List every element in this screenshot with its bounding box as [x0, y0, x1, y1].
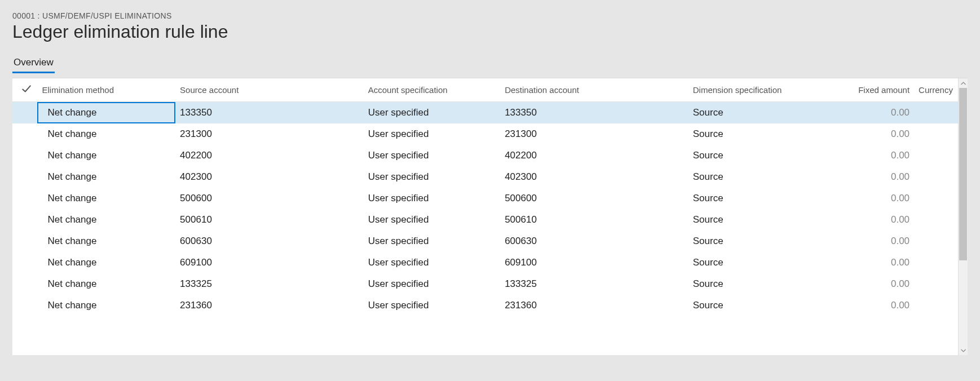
cell-fixed-amount[interactable]: 0.00	[848, 252, 914, 273]
table-row[interactable]: Net change500610User specified500610Sour…	[12, 209, 958, 231]
cell-elimination-method[interactable]: Net change	[37, 273, 175, 295]
cell-destination-account[interactable]: 402200	[500, 145, 688, 166]
cell-source-account[interactable]: 133325	[175, 273, 364, 295]
cell-dimension-specification[interactable]: Source	[688, 295, 849, 316]
select-all-header[interactable]	[12, 78, 37, 102]
cell-account-specification[interactable]: User specified	[364, 252, 500, 273]
scroll-up-button[interactable]	[959, 78, 968, 88]
cell-currency[interactable]	[914, 102, 958, 124]
cell-account-specification[interactable]: User specified	[364, 123, 500, 145]
cell-account-specification[interactable]: User specified	[364, 231, 500, 252]
cell-currency[interactable]	[914, 252, 958, 273]
col-header-elimination-method[interactable]: Elimination method	[37, 78, 175, 102]
cell-dimension-specification[interactable]: Source	[688, 209, 849, 231]
col-header-account-specification[interactable]: Account specification	[364, 78, 500, 102]
cell-currency[interactable]	[914, 123, 958, 145]
row-selector-cell[interactable]	[12, 145, 37, 166]
table-row[interactable]: Net change133350User specified133350Sour…	[12, 102, 958, 124]
cell-fixed-amount[interactable]: 0.00	[848, 145, 914, 166]
row-selector-cell[interactable]	[12, 209, 37, 231]
cell-source-account[interactable]: 609100	[175, 252, 364, 273]
col-header-destination-account[interactable]: Destination account	[500, 78, 688, 102]
cell-fixed-amount[interactable]: 0.00	[848, 209, 914, 231]
tab-overview[interactable]: Overview	[12, 55, 55, 73]
cell-dimension-specification[interactable]: Source	[688, 102, 849, 124]
cell-currency[interactable]	[914, 231, 958, 252]
cell-fixed-amount[interactable]: 0.00	[848, 123, 914, 145]
cell-elimination-method[interactable]: Net change	[37, 123, 175, 145]
cell-dimension-specification[interactable]: Source	[688, 231, 849, 252]
cell-dimension-specification[interactable]: Source	[688, 123, 849, 145]
cell-elimination-method[interactable]: Net change	[37, 102, 175, 124]
table-row[interactable]: Net change133325User specified133325Sour…	[12, 273, 958, 295]
cell-currency[interactable]	[914, 188, 958, 209]
cell-dimension-specification[interactable]: Source	[688, 166, 849, 188]
cell-destination-account[interactable]: 133325	[500, 273, 688, 295]
cell-source-account[interactable]: 500610	[175, 209, 364, 231]
cell-destination-account[interactable]: 600630	[500, 231, 688, 252]
col-header-source-account[interactable]: Source account	[175, 78, 364, 102]
scroll-down-button[interactable]	[959, 345, 968, 355]
row-selector-cell[interactable]	[12, 102, 37, 124]
cell-account-specification[interactable]: User specified	[364, 273, 500, 295]
cell-fixed-amount[interactable]: 0.00	[848, 166, 914, 188]
scroll-track[interactable]	[959, 88, 968, 345]
cell-elimination-method[interactable]: Net change	[37, 295, 175, 316]
cell-source-account[interactable]: 133350	[175, 102, 364, 124]
cell-source-account[interactable]: 500600	[175, 188, 364, 209]
table-row[interactable]: Net change600630User specified600630Sour…	[12, 231, 958, 252]
cell-fixed-amount[interactable]: 0.00	[848, 102, 914, 124]
row-selector-cell[interactable]	[12, 123, 37, 145]
table-row[interactable]: Net change609100User specified609100Sour…	[12, 252, 958, 273]
cell-account-specification[interactable]: User specified	[364, 166, 500, 188]
row-selector-cell[interactable]	[12, 295, 37, 316]
cell-currency[interactable]	[914, 273, 958, 295]
cell-elimination-method[interactable]: Net change	[37, 252, 175, 273]
cell-elimination-method[interactable]: Net change	[37, 166, 175, 188]
cell-source-account[interactable]: 402300	[175, 166, 364, 188]
cell-destination-account[interactable]: 500610	[500, 209, 688, 231]
cell-account-specification[interactable]: User specified	[364, 295, 500, 316]
row-selector-cell[interactable]	[12, 188, 37, 209]
row-selector-cell[interactable]	[12, 252, 37, 273]
vertical-scrollbar[interactable]	[958, 78, 968, 355]
cell-destination-account[interactable]: 500600	[500, 188, 688, 209]
col-header-fixed-amount[interactable]: Fixed amount	[848, 78, 914, 102]
col-header-dimension-specification[interactable]: Dimension specification	[688, 78, 849, 102]
cell-destination-account[interactable]: 609100	[500, 252, 688, 273]
cell-fixed-amount[interactable]: 0.00	[848, 231, 914, 252]
cell-currency[interactable]	[914, 209, 958, 231]
cell-dimension-specification[interactable]: Source	[688, 273, 849, 295]
cell-dimension-specification[interactable]: Source	[688, 252, 849, 273]
row-selector-cell[interactable]	[12, 273, 37, 295]
cell-elimination-method[interactable]: Net change	[37, 145, 175, 166]
cell-dimension-specification[interactable]: Source	[688, 145, 849, 166]
table-row[interactable]: Net change402200User specified402200Sour…	[12, 145, 958, 166]
table-row[interactable]: Net change231360User specified231360Sour…	[12, 295, 958, 316]
cell-fixed-amount[interactable]: 0.00	[848, 273, 914, 295]
table-row[interactable]: Net change500600User specified500600Sour…	[12, 188, 958, 209]
row-selector-cell[interactable]	[12, 231, 37, 252]
table-row[interactable]: Net change402300User specified402300Sour…	[12, 166, 958, 188]
cell-source-account[interactable]: 231300	[175, 123, 364, 145]
cell-elimination-method[interactable]: Net change	[37, 231, 175, 252]
cell-account-specification[interactable]: User specified	[364, 102, 500, 124]
cell-dimension-specification[interactable]: Source	[688, 188, 849, 209]
cell-destination-account[interactable]: 231360	[500, 295, 688, 316]
cell-elimination-method[interactable]: Net change	[37, 188, 175, 209]
table-row[interactable]: Net change231300User specified231300Sour…	[12, 123, 958, 145]
cell-currency[interactable]	[914, 145, 958, 166]
scroll-thumb[interactable]	[959, 88, 967, 260]
cell-currency[interactable]	[914, 295, 958, 316]
cell-destination-account[interactable]: 133350	[500, 102, 688, 124]
cell-source-account[interactable]: 600630	[175, 231, 364, 252]
cell-account-specification[interactable]: User specified	[364, 209, 500, 231]
cell-fixed-amount[interactable]: 0.00	[848, 188, 914, 209]
cell-source-account[interactable]: 402200	[175, 145, 364, 166]
cell-destination-account[interactable]: 231300	[500, 123, 688, 145]
cell-fixed-amount[interactable]: 0.00	[848, 295, 914, 316]
cell-source-account[interactable]: 231360	[175, 295, 364, 316]
cell-account-specification[interactable]: User specified	[364, 188, 500, 209]
cell-account-specification[interactable]: User specified	[364, 145, 500, 166]
cell-elimination-method[interactable]: Net change	[37, 209, 175, 231]
